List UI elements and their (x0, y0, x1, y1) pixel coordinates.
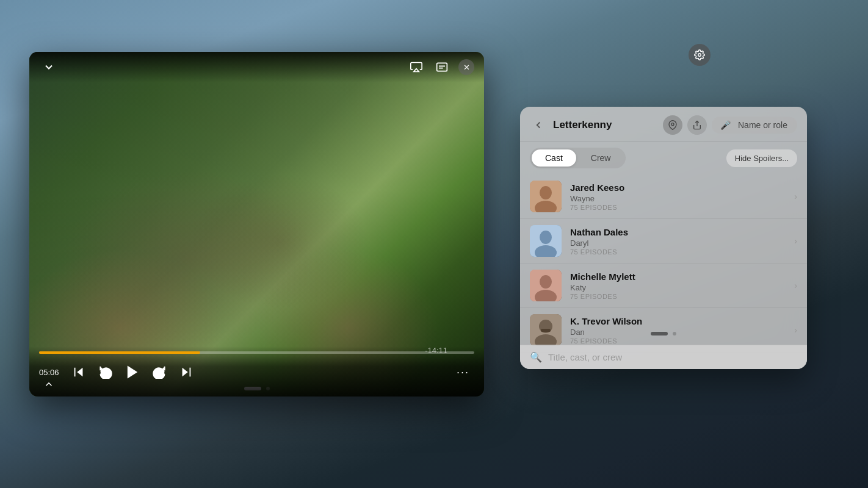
cast-role-nathan: Daryl (570, 239, 794, 248)
cast-role-jared: Wayne (570, 194, 794, 203)
tabs-row: Cast Crew Hide Spoilers... (520, 142, 807, 174)
panel-page-indicators (520, 332, 807, 336)
cast-item-jared-keeso[interactable]: Jared Keeso Wayne 75 EPISODES › (520, 174, 807, 219)
cast-info-michelle-mylett: Michelle Mylett Katy 75 EPISODES (570, 271, 794, 300)
cast-crew-panel: Letterkenny 🎤 Name or role (520, 107, 807, 369)
video-top-bar: ✕ (29, 52, 484, 82)
chevron-down-button[interactable] (39, 57, 59, 77)
cast-info-jared-keeso: Jared Keeso Wayne 75 EPISODES (570, 182, 794, 211)
svg-point-16 (540, 231, 552, 244)
scene-overlay (29, 52, 484, 396)
search-icon: 🔍 (530, 351, 542, 363)
cast-info-nathan-dales: Nathan Dales Daryl 75 EPISODES (570, 227, 794, 256)
pin-button[interactable] (663, 115, 682, 135)
svg-point-13 (540, 186, 552, 199)
close-button[interactable]: ✕ (458, 59, 474, 75)
microphone-icon: 🎤 (720, 120, 731, 130)
chevron-right-icon: › (794, 192, 797, 201)
video-bottom-indicator (29, 372, 484, 396)
svg-point-19 (540, 275, 552, 289)
cast-name-trevor: K. Trevor Wilson (570, 316, 794, 326)
cast-item-michelle-mylett[interactable]: Michelle Mylett Katy 75 EPISODES › (520, 264, 807, 308)
cast-episodes-michelle: 75 EPISODES (570, 293, 794, 300)
cast-item-nathan-dales[interactable]: Nathan Dales Daryl 75 EPISODES › (520, 219, 807, 264)
panel-dot-1 (651, 332, 668, 336)
back-button[interactable] (530, 117, 547, 134)
avatar-k-trevor-wilson (530, 314, 562, 346)
avatar-michelle-mylett (530, 270, 562, 301)
cast-list: Jared Keeso Wayne 75 EPISODES › Nathan D… (520, 174, 807, 357)
name-role-search[interactable]: 🎤 Name or role (712, 117, 797, 134)
collapse-button[interactable] (39, 375, 59, 394)
cast-episodes-jared: 75 EPISODES (570, 204, 794, 211)
airplay-button[interactable] (407, 58, 425, 76)
tab-cast[interactable]: Cast (532, 149, 576, 167)
search-bar: 🔍 (520, 345, 807, 369)
video-top-right-controls: ✕ (407, 58, 474, 76)
subtitles-button[interactable] (433, 58, 451, 76)
cast-name-michelle: Michelle Mylett (570, 271, 794, 282)
video-player: ✕ -14:11 05:06 10 (29, 52, 484, 396)
hide-spoilers-button[interactable]: Hide Spoilers... (726, 149, 797, 167)
cast-episodes-trevor: 75 EPISODES (570, 337, 794, 345)
progress-bar[interactable] (39, 351, 474, 354)
avatar-jared-keeso (530, 181, 562, 212)
panel-header: Letterkenny 🎤 Name or role (520, 107, 807, 142)
chevron-right-icon: › (794, 236, 797, 246)
panel-dot-2 (673, 332, 676, 336)
cast-info-k-trevor-wilson: K. Trevor Wilson Dan 75 EPISODES (570, 316, 794, 345)
avatar-nathan-dales (530, 225, 562, 257)
chevron-right-icon: › (794, 281, 797, 290)
svg-point-10 (671, 123, 674, 126)
cast-name-jared: Jared Keeso (570, 182, 794, 193)
progress-fill (39, 351, 200, 354)
cast-episodes-nathan: 75 EPISODES (570, 248, 794, 256)
panel-header-actions: 🎤 Name or role (663, 115, 797, 135)
name-role-placeholder: Name or role (738, 120, 787, 130)
svg-marker-1 (414, 69, 419, 72)
svg-rect-2 (437, 63, 447, 71)
cast-name-nathan: Nathan Dales (570, 227, 794, 237)
share-button[interactable] (687, 115, 707, 135)
tabs-container: Cast Crew (530, 148, 626, 168)
search-input[interactable] (548, 352, 797, 362)
settings-button[interactable] (689, 44, 711, 66)
tab-crew[interactable]: Crew (577, 149, 624, 167)
panel-title: Letterkenny (553, 119, 657, 131)
cast-role-michelle: Katy (570, 283, 794, 292)
video-content (29, 52, 484, 396)
svg-point-0 (698, 54, 701, 57)
